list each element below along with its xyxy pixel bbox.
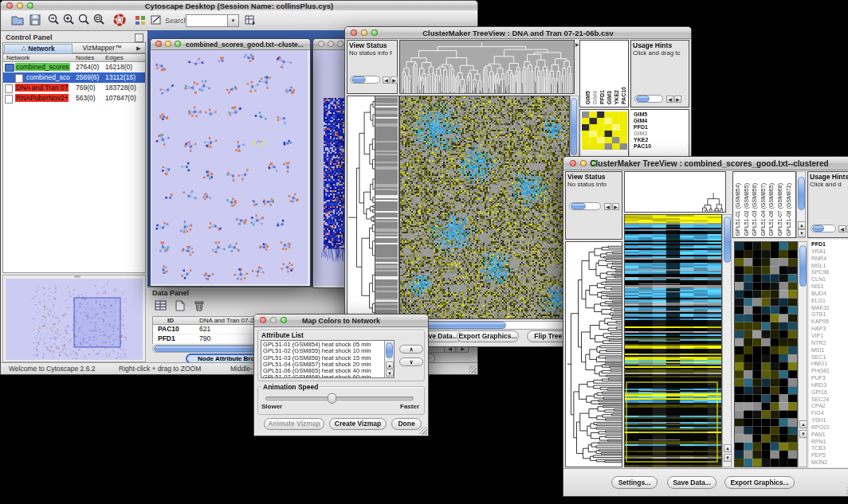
zoom-in-icon[interactable] — [62, 13, 77, 27]
delete-attribute-icon[interactable] — [192, 299, 206, 313]
tv2-summary-scrollbar[interactable]: ▲ ▼ — [798, 241, 807, 467]
zoom-out-icon[interactable] — [47, 13, 61, 27]
network1-titlebar[interactable]: combined_scores_good.txt--cluste... — [151, 39, 310, 50]
animate-vizmap-button[interactable]: Animate Vizmap — [264, 418, 324, 430]
scroll-left-button[interactable]: ◀ — [666, 96, 673, 103]
dialog-titlebar[interactable]: Map Colors to Network — [254, 315, 428, 327]
tv2-vscrollbar[interactable]: ▲ ▼ — [722, 214, 732, 467]
tv2-collabel-scrollbar[interactable]: ▲ ▼ — [796, 171, 806, 238]
tv2-column-dendrogram-panel[interactable] — [624, 171, 726, 213]
tv2-usage-scrollbar[interactable] — [811, 225, 836, 232]
data-col-id[interactable]: ID — [167, 317, 174, 324]
search-input[interactable] — [186, 14, 228, 27]
tab-overflow-arrow[interactable]: ▶ — [134, 44, 143, 53]
tv2-settings-button[interactable]: Settings... — [611, 476, 658, 489]
import-table-icon[interactable] — [243, 13, 257, 27]
zoom-button[interactable] — [337, 41, 344, 47]
tv1-export-graphics-button[interactable]: Export Graphics... — [457, 330, 519, 342]
scroll-up-button[interactable]: ▲ — [799, 420, 807, 428]
annotation-icon[interactable] — [149, 13, 163, 27]
attribute-table-icon[interactable] — [154, 299, 168, 313]
tv2-summary-heatmap[interactable] — [734, 241, 798, 467]
network-row[interactable]: RNAPuberNov2+563(0)107847(0) — [3, 93, 145, 104]
scroll-right-button[interactable]: ▶ — [391, 76, 398, 84]
scroll-right-button[interactable]: ▶ — [674, 96, 681, 103]
help-lifering-icon[interactable] — [112, 13, 127, 27]
birdseye-view[interactable] — [6, 279, 143, 360]
search-dropdown-arrow[interactable]: ▼ — [227, 14, 239, 27]
heatmap-row-label: GIM4 — [634, 118, 651, 124]
new-attribute-icon[interactable] — [173, 299, 187, 313]
animation-speed-slider[interactable] — [265, 397, 414, 400]
tv1-pane-arrow[interactable]: ▶ — [575, 41, 579, 47]
scroll-left-button[interactable]: ◀ — [604, 203, 611, 210]
attribute-item[interactable]: GPL51-07 (GSM868) heat shock 60 min — [263, 374, 383, 378]
gene-label: CLN1 — [811, 276, 830, 283]
scroll-left-button[interactable]: ◀ — [383, 76, 390, 84]
attribute-item[interactable]: GPL51-06 (GSM865) heat shock 40 min — [263, 368, 383, 374]
attribute-item[interactable]: GPL51-01 (GSM854) heat shock 05 min — [263, 342, 383, 348]
col-nodes[interactable]: Nodes — [76, 54, 94, 61]
treeview2-titlebar[interactable]: ClusterMaker TreeView : combined_scores_… — [563, 157, 848, 170]
tab-vizmapper[interactable]: VizMapper™ — [73, 44, 131, 53]
scroll-right-button[interactable]: ▶ — [612, 203, 619, 210]
scroll-down-button[interactable]: ▼ — [798, 229, 806, 237]
done-button[interactable]: Done — [391, 418, 422, 430]
heatmap-column-label: GIM5 — [585, 91, 591, 104]
float-panel-icon[interactable] — [135, 33, 143, 42]
treeview1-titlebar[interactable]: ClusterMaker TreeView : DNA and Tran 07-… — [345, 27, 691, 39]
scroll-down-button[interactable]: ▼ — [724, 454, 732, 462]
tv1-status-scrollbar[interactable] — [350, 76, 380, 84]
close-button[interactable] — [318, 41, 324, 47]
tv1-row-dendrogram-panel[interactable] — [347, 96, 375, 319]
network-row[interactable]: DNA and Tran 07769(0)183728(0) — [3, 83, 145, 93]
scroll-down-button[interactable]: ▼ — [386, 369, 394, 377]
network-view-1[interactable] — [151, 50, 308, 284]
heatmap-column-label: PAC10 — [621, 87, 626, 104]
open-file-icon[interactable] — [10, 13, 25, 27]
resize-grip[interactable] — [419, 427, 427, 435]
minimize-button[interactable] — [328, 41, 334, 47]
zoom-button[interactable] — [175, 41, 181, 47]
network-row[interactable]: combined_sco2569(6)13112(15) — [3, 72, 145, 83]
attribute-item[interactable]: GPL51-03 (GSM856) heat shock 15 min — [263, 355, 383, 361]
col-edges[interactable]: Edges — [105, 54, 124, 61]
create-vizmap-button[interactable]: Create Vizmap — [329, 418, 387, 430]
vizmap-icon[interactable] — [133, 13, 147, 27]
attribute-list[interactable]: GPL51-01 (GSM854) heat shock 05 minGPL51… — [261, 340, 395, 378]
minimize-button[interactable] — [165, 41, 171, 47]
zoom-selected-icon[interactable] — [77, 13, 92, 27]
tv2-usage-hints-panel: Usage Hints Click and d ◀ ▶ — [807, 171, 848, 238]
scroll-left-button[interactable]: ◀ — [838, 225, 846, 232]
attribute-item[interactable]: GPL51-04 (GSM857) heat shock 20 min — [263, 361, 383, 368]
move-down-button[interactable]: ∨ — [399, 357, 423, 366]
heatmap-row-label: GIM3 — [634, 131, 651, 137]
scroll-up-button[interactable]: ▲ — [798, 221, 806, 229]
tv1-thumbnail-panel[interactable] — [579, 109, 629, 158]
scroll-down-button[interactable]: ▼ — [799, 430, 807, 438]
attribute-list-scrollbar[interactable]: ▲ ▼ — [384, 341, 394, 377]
overview-splitter[interactable] — [74, 275, 80, 278]
treeview2-window: ClusterMaker TreeView : combined_scores_… — [563, 156, 848, 497]
tv2-row-dendrogram-panel[interactable] — [565, 241, 622, 467]
zoom-fit-icon[interactable] — [92, 13, 107, 27]
status-left: Welcome to Cytoscape 2.6.2 — [9, 365, 96, 373]
tv1-usage-scrollbar[interactable] — [634, 95, 663, 103]
window-title: Cytoscape Desktop (Session Name: collins… — [1, 2, 477, 10]
move-up-button[interactable]: ∧ — [399, 345, 423, 354]
scroll-up-button[interactable]: ▲ — [386, 361, 394, 369]
slider-thumb[interactable] — [328, 393, 336, 404]
tv1-column-dendrogram-panel[interactable] — [399, 40, 575, 94]
tv1-heatmap[interactable] — [399, 96, 570, 319]
network-row[interactable]: combined_scores2764(0)16218(0) — [3, 62, 145, 72]
attribute-item[interactable]: GPL51-02 (GSM855) heat shock 10 min — [263, 348, 383, 354]
col-network[interactable]: Network — [6, 54, 29, 61]
save-icon[interactable] — [28, 13, 42, 27]
tv2-export-graphics-button[interactable]: Export Graphics... — [724, 476, 795, 489]
tv2-heatmap[interactable] — [624, 214, 722, 467]
resize-grip[interactable] — [469, 365, 477, 373]
scroll-up-button[interactable]: ▲ — [724, 444, 732, 452]
close-button[interactable] — [155, 41, 162, 47]
tv2-save-data-button[interactable]: Save Data... — [667, 476, 716, 489]
tv2-status-scrollbar[interactable] — [569, 202, 601, 210]
